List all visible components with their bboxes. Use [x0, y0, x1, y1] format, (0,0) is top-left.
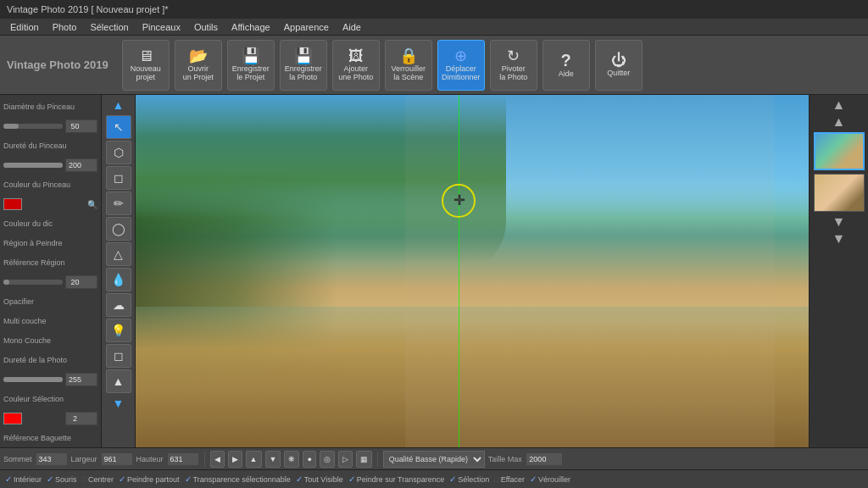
ajouter-photo-label: Ajouterune Photo	[338, 65, 373, 82]
enregistrer-photo-icon: 💾	[294, 48, 313, 64]
menu-aide[interactable]: Aide	[336, 20, 368, 34]
diametre-slider[interactable]	[3, 124, 63, 129]
cb-peindre-transp[interactable]: ✓Peindre sur Transparence	[348, 474, 445, 484]
toolbar-pivoter[interactable]: ↻ Pivoterla Photo	[490, 40, 537, 91]
durete-slider[interactable]	[3, 163, 63, 168]
cb-effacer[interactable]: □Effacer	[494, 475, 525, 484]
nav-center[interactable]: ❋	[284, 451, 299, 468]
durete-spinbox[interactable]	[65, 158, 97, 172]
toolbar-nouveau[interactable]: 🖥 Nouveauprojet	[122, 40, 170, 91]
durete-photo-row: Dureté de la Photo	[3, 352, 97, 369]
right-panel: ▲ ▲ ▼ ▼	[809, 95, 868, 447]
diametre-spinbox[interactable]	[65, 119, 97, 133]
nav-right[interactable]: ▶	[228, 451, 242, 468]
aide-label: Aide	[559, 70, 574, 79]
nav-down[interactable]: ▼	[265, 451, 281, 468]
region-spinbox[interactable]	[65, 275, 97, 289]
palette-shape1[interactable]: ⬡	[106, 141, 131, 164]
menu-affichage[interactable]: Affichage	[225, 20, 277, 34]
toolbar-verrouiller[interactable]: 🔒 Verrouillerla Scène	[385, 40, 432, 91]
palette-brush[interactable]: ✏	[106, 191, 131, 215]
couleur-sel-swatch[interactable]	[3, 413, 22, 424]
cb-transparence-sel[interactable]: ✓Transparence sélectionnable	[185, 474, 291, 484]
palette-drop[interactable]: 💧	[106, 268, 131, 291]
palette-cloud[interactable]: ☁	[106, 293, 131, 317]
menu-apparence[interactable]: Apparence	[277, 20, 336, 34]
toolbar-enregistrer-projet[interactable]: 💾 Enregistrerle Projet	[227, 40, 275, 91]
mono-couche-label: Mono Couche	[3, 336, 51, 345]
cb-souris[interactable]: ✓Souris	[47, 474, 77, 484]
palette-triangle2[interactable]: ▲	[106, 369, 131, 393]
toolbar-quitter[interactable]: ⏻ Quitter	[595, 40, 643, 91]
thumbnail-2[interactable]	[814, 174, 865, 212]
menu-bar: Edition Photo Sélection Pinceaux Outils …	[0, 19, 868, 36]
toolbar-enregistrer-photo[interactable]: 💾 Enregistrerla Photo	[280, 40, 327, 91]
region-row: Région à Peindre	[3, 235, 97, 252]
menu-pinceaux[interactable]: Pinceaux	[136, 20, 187, 34]
sommet-label: Sommet	[3, 455, 32, 463]
palette-triangle[interactable]: △	[106, 242, 131, 266]
largeur-input[interactable]	[101, 452, 133, 466]
deplacer-icon: ⊕	[454, 48, 467, 64]
palette-up-arrow[interactable]: ▲	[113, 98, 125, 112]
divider-1	[204, 452, 205, 467]
durete-photo-slider[interactable]	[3, 377, 63, 382]
nav-left[interactable]: ◀	[210, 451, 225, 468]
canvas-area[interactable]: ✛	[136, 95, 809, 447]
bottom-toolbar: Sommet Largeur Hauteur ◀ ▶ ▲ ▼ ❋ ● ◎ ▷ ▦…	[0, 447, 868, 469]
menu-selection[interactable]: Sélection	[83, 20, 135, 34]
cb-selection[interactable]: ✓Sélection	[449, 474, 489, 484]
photo-canvas: ✛	[136, 95, 809, 447]
menu-edition[interactable]: Edition	[3, 20, 46, 34]
palette-circle[interactable]: ◯	[106, 217, 131, 241]
palette-rect2[interactable]: ◻	[106, 344, 131, 368]
nav-target[interactable]: ◎	[320, 451, 335, 468]
cb-verrouiller[interactable]: ✓Vérouiller	[530, 474, 570, 484]
menu-photo[interactable]: Photo	[46, 20, 84, 34]
cb-centrer[interactable]: □Centrer	[82, 475, 114, 484]
quality-select[interactable]: Qualité Basse (Rapide)	[383, 451, 485, 468]
enregistrer-projet-icon: 💾	[242, 48, 260, 64]
thumb-up-arrow2[interactable]: ▲	[832, 115, 846, 129]
toolbar-aide[interactable]: ? Aide	[542, 40, 590, 91]
cb-interieur[interactable]: ✓Intérieur	[5, 474, 42, 484]
person-overlay	[405, 95, 776, 447]
nav-circle[interactable]: ●	[303, 451, 315, 468]
thumbnail-1[interactable]	[814, 132, 865, 170]
taille-max-input[interactable]	[526, 452, 563, 466]
nav-up[interactable]: ▲	[246, 451, 262, 468]
toolbar-ouvrir[interactable]: 📂 Ouvrirun Projet	[175, 40, 222, 91]
thumb-up-arrow[interactable]: ▲	[832, 98, 846, 112]
palette-rect[interactable]: ◻	[106, 166, 131, 190]
durete-photo-label: Dureté de la Photo	[3, 356, 67, 364]
diametre-control	[3, 118, 97, 135]
menu-outils[interactable]: Outils	[187, 20, 225, 34]
opacifier-row: Opacifier	[3, 293, 97, 310]
thumb-down-arrow[interactable]: ▼	[832, 215, 846, 229]
region-slider[interactable]	[3, 280, 63, 285]
eyedropper-icon[interactable]: 🔍	[87, 200, 97, 209]
cb-peindre-partout[interactable]: ✓Peindre partout	[119, 474, 180, 484]
mono-couche-row: Mono Couche	[3, 332, 97, 349]
palette-select[interactable]: ↖	[106, 115, 131, 139]
sommet-input[interactable]	[36, 452, 68, 466]
verrouiller-icon: 🔒	[399, 48, 418, 64]
nav-grid[interactable]: ▦	[356, 451, 372, 468]
nav-play[interactable]: ▷	[338, 451, 353, 468]
toolbar-ajouter-photo[interactable]: 🖼 Ajouterune Photo	[332, 40, 380, 91]
couleur-sel-row: Couleur Sélection	[3, 391, 97, 408]
toolbar-deplacer[interactable]: ⊕ DéplacerDimitionner	[437, 40, 485, 91]
couleur-swatch[interactable]	[3, 198, 22, 210]
couleur-sel-spinbox[interactable]	[65, 412, 97, 425]
hauteur-input[interactable]	[167, 452, 199, 466]
thumb-down-arrow2[interactable]: ▼	[832, 232, 846, 246]
durete-photo-spinbox[interactable]	[65, 373, 97, 386]
taille-max-label: Taille Max	[488, 455, 522, 463]
palette-light[interactable]: 💡	[106, 319, 131, 342]
cb-tout-visible[interactable]: ✓Tout Visible	[296, 474, 343, 484]
palette-down-arrow[interactable]: ▼	[113, 396, 125, 410]
enregistrer-projet-label: Enregistrerle Projet	[232, 65, 270, 82]
diametre-label: Diamètre du Pinceau	[3, 103, 75, 111]
crosshair-vertical	[459, 95, 459, 447]
durete-control	[3, 157, 97, 174]
